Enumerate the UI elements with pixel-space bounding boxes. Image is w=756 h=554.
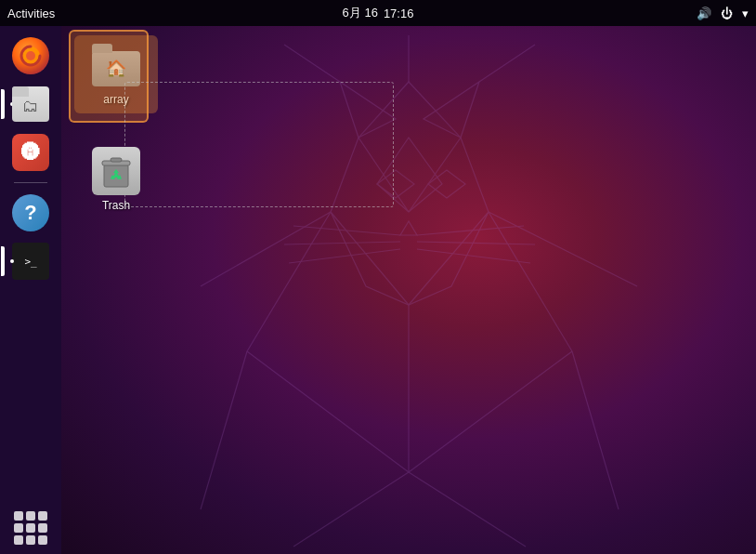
sound-icon[interactable]: 🔊 — [697, 7, 711, 20]
desktop-icon-trash[interactable]: Trash — [74, 141, 158, 219]
topbar-center: 6月 16 17:16 — [343, 5, 414, 21]
trash-icon-container — [92, 147, 140, 195]
grid-dot — [26, 511, 35, 521]
topbar-date: 6月 16 — [343, 5, 378, 21]
dock-item-firefox[interactable] — [8, 33, 53, 78]
dock: 🗂 🅐 ? >_ — [0, 26, 61, 554]
grid-dot — [38, 511, 47, 521]
dock-item-appstore[interactable]: 🅐 — [8, 130, 53, 175]
terminal-active-indicator — [10, 259, 14, 263]
dock-divider — [14, 182, 47, 183]
grid-dot — [26, 523, 35, 533]
svg-rect-35 — [111, 158, 122, 162]
grid-icon — [14, 511, 47, 545]
dock-item-files[interactable]: 🗂 — [8, 82, 53, 126]
selection-rectangle — [124, 82, 394, 207]
svg-point-1 — [26, 51, 35, 60]
dock-item-terminal[interactable]: >_ — [8, 239, 53, 284]
array-folder-icon: 🏠 — [92, 41, 140, 89]
help-icon: ? — [12, 194, 49, 231]
activities-button[interactable]: Activities — [7, 7, 55, 20]
terminal-icon: >_ — [12, 243, 49, 280]
desktop-icons-area: 🏠 array — [61, 26, 756, 554]
system-menu-icon[interactable]: ▾ — [742, 7, 749, 20]
dock-show-applications[interactable] — [8, 506, 53, 550]
topbar-left: Activities — [0, 7, 55, 20]
grid-dot — [14, 523, 23, 533]
firefox-icon — [12, 37, 49, 74]
desktop-icon-array[interactable]: 🏠 array — [74, 35, 158, 113]
trash-icon-img — [92, 147, 140, 195]
grid-dot — [14, 535, 23, 545]
grid-dot — [38, 535, 47, 545]
grid-dot — [14, 511, 23, 521]
array-folder-label: array — [103, 93, 128, 108]
dock-item-help[interactable]: ? — [8, 191, 53, 235]
grid-dot — [38, 523, 47, 533]
topbar-time: 17:16 — [384, 7, 414, 20]
trash-svg — [100, 153, 132, 189]
desktop[interactable]: 🏠 array — [61, 26, 756, 554]
appstore-icon: 🅐 — [12, 134, 49, 171]
topbar: Activities 6月 16 17:16 🔊 ⏻ ▾ — [0, 0, 756, 26]
trash-icon-label: Trash — [102, 199, 130, 214]
firefox-svg — [18, 43, 44, 69]
files-icon: 🗂 — [12, 86, 49, 122]
power-icon[interactable]: ⏻ — [721, 7, 733, 20]
topbar-right: 🔊 ⏻ ▾ — [697, 7, 756, 20]
grid-dot — [26, 535, 35, 545]
